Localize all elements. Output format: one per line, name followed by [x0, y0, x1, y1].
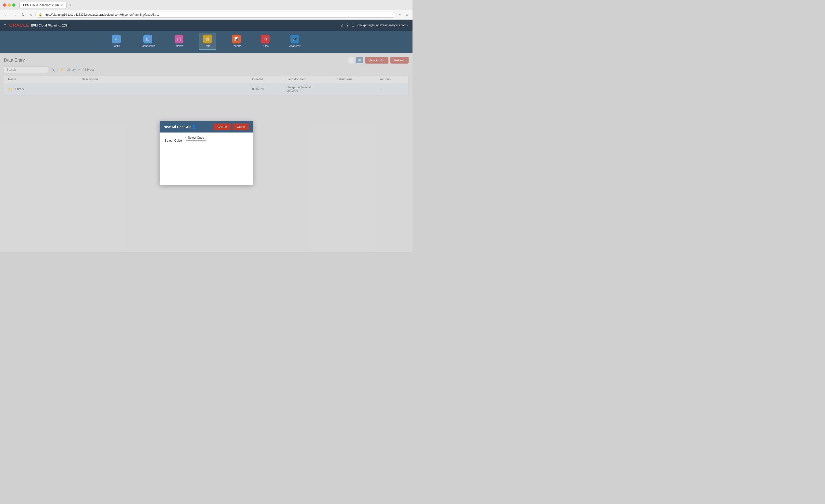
nav-item-reports[interactable]: 📊 Reports	[228, 33, 245, 50]
back-button[interactable]: ←	[3, 12, 10, 18]
browser-actions: ⋯ ☆	[398, 12, 409, 18]
nav-item-dashboards[interactable]: ⊞ Dashboards	[137, 33, 159, 50]
nav-item-tasks[interactable]: ✓ Tasks	[108, 33, 125, 50]
nav-arrow	[0, 50, 412, 53]
nav-item-rules[interactable]: ⚙ Rules	[257, 33, 274, 50]
help-header-icon[interactable]: ?	[347, 23, 349, 27]
infolets-nav-icon: ◫	[174, 34, 183, 44]
nav-label-rules: Rules	[262, 45, 269, 48]
nav-items: ✓ Tasks ⊞ Dashboards ◫ Infolets ▦ Data 📊…	[0, 33, 412, 50]
data-nav-icon: ▦	[203, 34, 212, 44]
browser-chrome: EPM Cloud Planning: 2Dim ✕ + ← → ↻ ⌂ 🔒 h…	[0, 0, 412, 20]
url-text: https://planning19-test-a418326.pbcs.us2…	[44, 13, 393, 16]
tasks-nav-icon: ✓	[112, 34, 121, 44]
oracle-logo: ORACLE EPM Cloud Planning: 2Dim	[9, 23, 70, 28]
bookmark-btn[interactable]: ☆	[404, 12, 409, 18]
home-header-icon[interactable]: ⌂	[341, 23, 344, 27]
nav-label-data: Data	[205, 45, 210, 48]
tooltip-container: 👤 Select Cube	[192, 124, 197, 129]
nav-label-tasks: Tasks	[113, 45, 120, 48]
nav-item-infolets[interactable]: ◫ Infolets	[171, 33, 188, 50]
tooltip-box: Select Cube	[185, 135, 206, 141]
tab-close-icon[interactable]: ✕	[61, 4, 63, 7]
tab-bar: EPM Cloud Planning: 2Dim ✕ +	[19, 2, 409, 8]
nav-label-dashboards: Dashboards	[140, 45, 155, 48]
main-content: Data Entry ≡ ⊞ New AdHoc Refresh 🔍 | 📁 L…	[0, 53, 412, 252]
rules-nav-icon: ⚙	[261, 34, 270, 44]
traffic-lights	[3, 3, 15, 7]
user-email[interactable]: clackpour@mindstreamanalytics.com ▾	[358, 23, 408, 27]
create-button[interactable]: Create	[214, 123, 231, 130]
close-button[interactable]: Close	[233, 123, 249, 130]
modal-overlay: New Ad Hoc Grid 👤 Select Cube Create Clo…	[0, 53, 412, 252]
app-wrapper: ≡ ORACLE EPM Cloud Planning: 2Dim ⌂ ? ⠿ …	[0, 20, 412, 252]
nav-label-academy: Academy	[289, 45, 301, 48]
address-bar[interactable]: 🔒 https://planning19-test-a418326.pbcs.u…	[35, 12, 396, 18]
maximize-traffic-light[interactable]	[12, 3, 15, 7]
select-cube-label: Select Cube	[164, 139, 182, 142]
nav-arrow-down-icon	[204, 51, 209, 53]
browser-tab[interactable]: EPM Cloud Planning: 2Dim ✕	[19, 2, 67, 8]
app-nav: ✓ Tasks ⊞ Dashboards ◫ Infolets ▦ Data 📊…	[0, 31, 412, 53]
nav-item-academy[interactable]: 🎓 Academy	[285, 33, 304, 50]
academy-nav-icon: 🎓	[291, 34, 299, 44]
modal-header-actions: 👤 Select Cube	[192, 124, 197, 129]
modal-people-icon-btn[interactable]: 👤	[192, 124, 197, 129]
new-tab-button[interactable]: +	[68, 2, 73, 8]
dashboards-nav-icon: ⊞	[143, 34, 152, 44]
modal-dialog: New Ad Hoc Grid 👤 Select Cube Create Clo…	[160, 121, 253, 185]
app-header: ≡ ORACLE EPM Cloud Planning: 2Dim ⌂ ? ⠿ …	[0, 20, 412, 31]
modal-title: New Ad Hoc Grid	[163, 125, 192, 129]
refresh-button[interactable]: ↻	[20, 11, 26, 18]
close-traffic-light[interactable]	[3, 3, 6, 7]
extensions-btn[interactable]: ⋯	[398, 12, 403, 18]
reports-nav-icon: 📊	[232, 34, 241, 44]
nav-label-reports: Reports	[232, 45, 241, 48]
header-right: ⌂ ? ⠿ clackpour@mindstreamanalytics.com …	[341, 23, 408, 28]
oracle-logo-sub: EPM Cloud Planning: 2Dim	[31, 23, 70, 27]
modal-body: Select Cube 2Dim	[160, 133, 253, 152]
minimize-traffic-light[interactable]	[8, 3, 11, 7]
modal-action-buttons: Create Close	[214, 123, 249, 130]
tooltip-text: Select Cube	[188, 136, 204, 139]
nav-label-infolets: Infolets	[175, 45, 183, 48]
home-button[interactable]: ⌂	[28, 12, 33, 18]
forward-button[interactable]: →	[11, 12, 18, 18]
nav-item-data[interactable]: ▦ Data	[199, 33, 216, 50]
browser-titlebar: EPM Cloud Planning: 2Dim ✕ +	[0, 0, 412, 10]
grid-header-icon[interactable]: ⠿	[352, 23, 355, 28]
tab-title: EPM Cloud Planning: 2Dim	[23, 3, 59, 7]
modal-header: New Ad Hoc Grid 👤 Select Cube Create Clo…	[160, 121, 253, 133]
hamburger-menu-icon[interactable]: ≡	[4, 23, 6, 27]
browser-toolbar: ← → ↻ ⌂ 🔒 https://planning19-test-a41832…	[0, 10, 412, 20]
select-cube-row: Select Cube 2Dim	[164, 138, 248, 143]
oracle-logo-text: ORACLE	[9, 23, 29, 28]
